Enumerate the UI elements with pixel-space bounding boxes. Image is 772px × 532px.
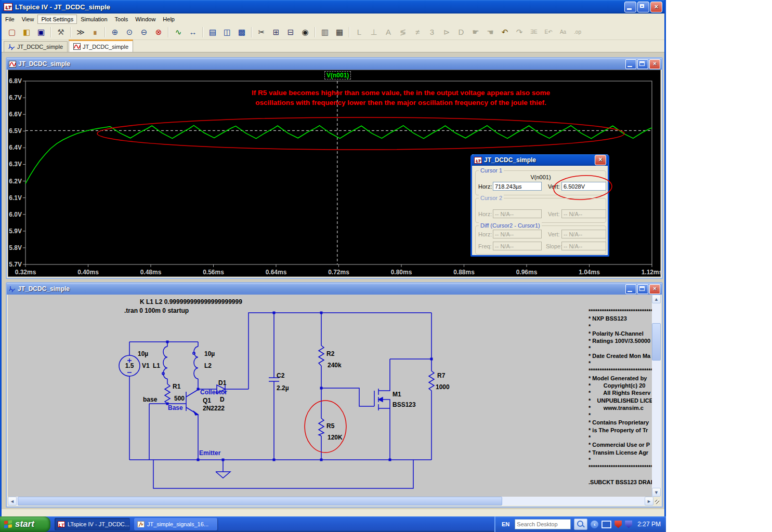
component-labels: 1.5 V1 10µ L1 10µ L2 R1 500 base Q1 2N22 xyxy=(125,350,450,441)
taskbar-item-ltspice[interactable]: LT LTspice IV - JT_DCDC... xyxy=(55,518,130,530)
schematic-vscrollbar[interactable]: ▲ ▼ xyxy=(652,295,661,497)
new-schematic-icon[interactable]: ▢ xyxy=(5,26,19,38)
restore-button[interactable] xyxy=(637,2,649,12)
halt-icon[interactable]: ∎ xyxy=(88,26,102,38)
collector-net-label: Collector xyxy=(200,389,227,396)
minimize-button[interactable] xyxy=(624,2,636,12)
cursor1-vert-label: Vert: xyxy=(548,183,560,190)
cursor-dialog-close-button[interactable]: × xyxy=(595,155,606,165)
menu-bar: File View Plot Settings Simulation Tools… xyxy=(2,14,664,25)
language-indicator[interactable]: EN xyxy=(500,520,512,528)
cursor-dialog-title: LT JT_DCDC_simple × xyxy=(472,154,608,166)
open-file-icon[interactable]: ◧ xyxy=(20,26,33,38)
annotation-line2: oscillations with frequency lower then t… xyxy=(216,99,585,107)
mdi-client: JT_DCDC_simple × 6.8V6.7V6.6V6.5V6.4V6.3… xyxy=(2,52,664,509)
schematic-drawing[interactable]: K L1 L2 0.999999999999999999999 .tran 0 … xyxy=(8,295,654,497)
hscroll-thumb[interactable] xyxy=(18,497,502,506)
run-icon[interactable]: ≫ xyxy=(74,26,87,38)
resize-grip[interactable] xyxy=(653,497,661,506)
antivirus-shield-icon[interactable] xyxy=(614,521,622,528)
find-icon[interactable]: ◉ xyxy=(298,26,312,38)
save-icon[interactable]: ▣ xyxy=(34,26,48,38)
sch-minimize-button[interactable] xyxy=(625,284,636,294)
y-tick-label: 6.2V xyxy=(9,178,22,185)
collapse-chevron-icon[interactable]: ‹ xyxy=(591,521,598,528)
print-icon[interactable]: ▦ xyxy=(333,26,346,38)
schematic-file-icon xyxy=(9,286,16,292)
menu-simulation[interactable]: Simulation xyxy=(77,15,111,24)
r7-value: 1000 xyxy=(436,383,450,391)
r5-highlight-ellipse xyxy=(305,401,346,453)
status-strip xyxy=(2,509,664,516)
cascade-icon[interactable]: ▩ xyxy=(235,26,248,38)
undo-icon[interactable]: ↶ xyxy=(498,26,512,38)
schematic-canvas[interactable]: K L1 L2 0.999999999999999999999 .tran 0 … xyxy=(8,295,661,497)
toolbar-separator xyxy=(202,27,203,37)
tile-vert-icon[interactable]: ◫ xyxy=(220,26,234,38)
scroll-up-arrow[interactable]: ▲ xyxy=(652,295,661,303)
clock[interactable]: 2:27 PM xyxy=(637,521,661,528)
menu-file[interactable]: File xyxy=(2,15,18,24)
autorange-icon[interactable]: ↔ xyxy=(186,26,200,38)
search-button[interactable] xyxy=(574,518,587,530)
tab-schematic[interactable]: JT_DCDC_simple xyxy=(4,41,68,52)
copy-icon[interactable]: ⊞ xyxy=(269,26,283,38)
vscroll-thumb[interactable] xyxy=(652,323,661,361)
cursor2-vert-field xyxy=(561,209,606,218)
taskbar-item-image-editor[interactable]: JT_simple_signals_16... xyxy=(134,518,217,530)
zoom-in-icon[interactable]: ⊕ xyxy=(108,26,122,38)
menu-help[interactable]: Help xyxy=(159,15,178,24)
image-file-icon xyxy=(137,521,145,527)
cut-icon[interactable]: ✂ xyxy=(255,26,268,38)
menu-tools[interactable]: Tools xyxy=(111,15,132,24)
base-net-label: Base xyxy=(168,404,183,411)
k-statement[interactable]: K L1 L2 0.999999999999999999999 xyxy=(140,298,242,305)
zoom-area-icon[interactable]: ⊙ xyxy=(123,26,136,38)
zoom-out-icon[interactable]: ⊖ xyxy=(137,26,151,38)
scroll-down-arrow[interactable]: ▼ xyxy=(652,488,661,497)
cursor1-horz-field[interactable] xyxy=(493,182,542,191)
window-title: LTspice IV - JT_DCDC_simple xyxy=(15,3,110,11)
hscroll-track[interactable] xyxy=(17,497,645,506)
network-icon[interactable] xyxy=(601,521,611,528)
diode-icon: ⊳ xyxy=(440,26,453,38)
diff-freq-label: Freq: xyxy=(478,243,492,249)
menu-view[interactable]: View xyxy=(18,15,38,24)
cursor2-horz-field xyxy=(493,209,542,218)
x-tick-label: 0.72ms xyxy=(328,269,349,276)
control-panel-icon[interactable]: ⚒ xyxy=(54,26,68,38)
trace-label[interactable]: V(n001) xyxy=(324,71,351,79)
wave-maximize-button[interactable] xyxy=(637,59,648,69)
vscroll-track[interactable] xyxy=(652,303,661,488)
schematic-hscrollbar[interactable]: ◄ ► xyxy=(8,497,661,506)
start-button[interactable]: start xyxy=(0,516,50,532)
ltspice-logo-icon: LT xyxy=(474,157,482,164)
r1-name: R1 xyxy=(173,383,181,390)
tab-waveform[interactable]: JT_DCDC_simple xyxy=(69,39,133,52)
cursor-dialog[interactable]: LT JT_DCDC_simple × Cursor 1 V(n001) Hor… xyxy=(470,154,609,257)
cursor1-vert-field[interactable] xyxy=(561,182,606,191)
scroll-left-arrow[interactable]: ◄ xyxy=(8,497,17,506)
tile-horz-icon[interactable]: ▤ xyxy=(206,26,219,38)
tran-statement[interactable]: .tran 0 100m 0 startup xyxy=(124,307,189,314)
wave-minimize-button[interactable] xyxy=(625,59,636,69)
scroll-right-arrow[interactable]: ► xyxy=(645,497,653,506)
diff-freq-field xyxy=(493,242,542,250)
x-tick-label: 0.48ms xyxy=(140,269,162,276)
menu-window[interactable]: Window xyxy=(132,15,159,24)
search-desktop-input[interactable] xyxy=(515,519,571,529)
close-button[interactable]: × xyxy=(650,2,662,12)
security-shield-icon[interactable] xyxy=(625,521,632,528)
sch-close-button[interactable]: × xyxy=(649,284,660,294)
waveform-pane-icon[interactable]: ∿ xyxy=(172,26,185,38)
schematic-wires[interactable] xyxy=(119,313,434,488)
toolbar-separator xyxy=(104,27,106,37)
sch-maximize-button[interactable] xyxy=(637,284,648,294)
print-preview-icon[interactable]: ▥ xyxy=(318,26,332,38)
paste-icon[interactable]: ⊟ xyxy=(284,26,297,38)
rotate-icon: E↶ xyxy=(542,26,555,38)
zoom-full-icon[interactable]: ⊗ xyxy=(152,26,165,38)
menu-plot-settings[interactable]: Plot Settings xyxy=(37,15,77,24)
diff-horz-field xyxy=(493,230,542,238)
wave-close-button[interactable]: × xyxy=(649,59,660,69)
